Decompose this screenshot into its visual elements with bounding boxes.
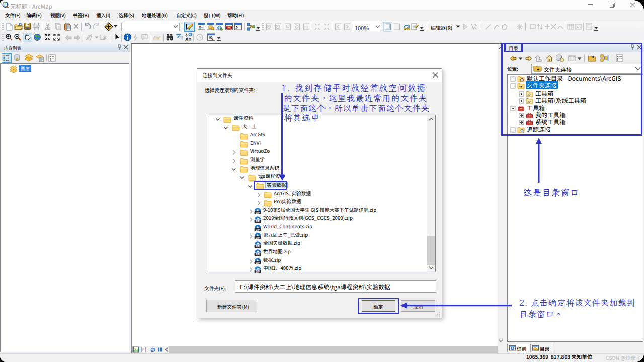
svg-text:ZIP: ZIP (256, 237, 260, 239)
svg-text:ZIP: ZIP (256, 220, 260, 223)
svg-text:ZIP: ZIP (256, 270, 260, 273)
svg-text:ZIP: ZIP (256, 253, 260, 256)
svg-text:ZIP: ZIP (256, 212, 260, 214)
svg-text:ZIP: ZIP (256, 228, 260, 231)
svg-text:1:1: 1:1 (304, 26, 309, 29)
svg-text:XY: XY (185, 36, 192, 42)
svg-text:ZIP: ZIP (256, 262, 260, 264)
svg-text:ZIP: ZIP (256, 245, 260, 248)
